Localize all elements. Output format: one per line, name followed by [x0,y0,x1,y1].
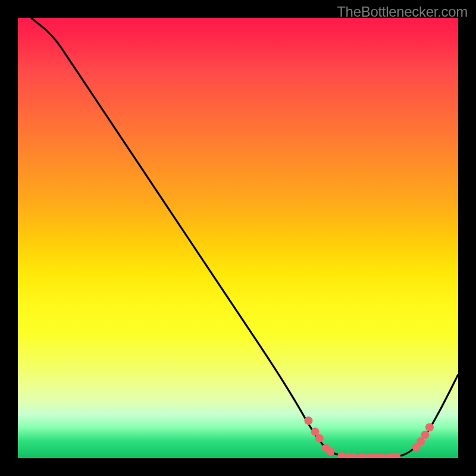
data-dots [304,416,434,458]
plot-area [18,18,458,458]
chart-svg [18,18,458,458]
attribution-text: TheBottlenecker.com [337,4,468,20]
data-dot [315,434,324,443]
data-dot [326,447,334,456]
data-dot [421,431,430,439]
data-dot [304,416,312,425]
data-dot [425,423,434,431]
bottleneck-curve [31,18,458,458]
